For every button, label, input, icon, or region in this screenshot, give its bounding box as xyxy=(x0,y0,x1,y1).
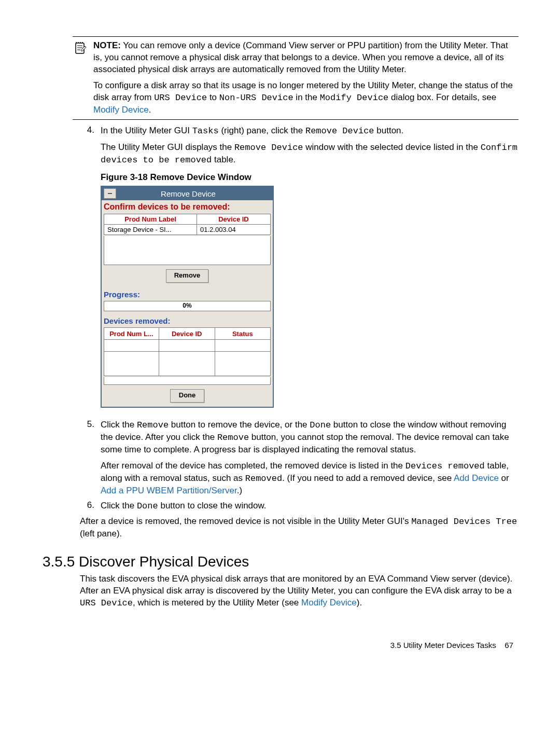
note-bottom-rule xyxy=(73,119,519,120)
s5-m3: Remove xyxy=(217,433,249,443)
after-l1b: (left pane). xyxy=(80,529,122,538)
s6-m1: Done xyxy=(137,501,158,511)
sec-b2: , which is metered by the Utility Meter … xyxy=(133,598,301,607)
progress-bar: 0% xyxy=(104,301,271,311)
link-modify-device-1[interactable]: Modify Device xyxy=(93,105,149,115)
s6-l1b: button to close the window. xyxy=(158,501,267,510)
removed-table-empty xyxy=(104,377,271,385)
s4-m3: Remove Device xyxy=(234,143,303,153)
removed-table: Prod Num L... Device ID Status xyxy=(104,327,271,376)
cell-dev: 01.2.003.04 xyxy=(197,225,271,235)
note-text-2c: in the xyxy=(293,92,320,102)
removed-heading: Devices removed: xyxy=(102,313,273,326)
note-text-2e: . xyxy=(149,105,151,115)
page-footer: 3.5 Utility Meter Devices Tasks 67 xyxy=(73,641,519,650)
s5-m1: Remove xyxy=(137,420,169,430)
link-modify-device-2[interactable]: Modify Device xyxy=(301,598,357,607)
svg-point-5 xyxy=(78,42,79,43)
note-block: NOTE: You can remove only a device (Comm… xyxy=(73,40,519,116)
s5-l2e: .) xyxy=(237,486,242,495)
table-row xyxy=(104,340,271,352)
step-6-num: 6. xyxy=(73,500,101,513)
progress-heading: Progress: xyxy=(102,287,273,300)
s5-l2a: After removal of the device has complete… xyxy=(101,461,405,471)
s5-m4: Devices removed xyxy=(405,461,485,471)
mono-urs: URS Device xyxy=(154,93,207,103)
cell-prod: Storage Device - SI... xyxy=(104,225,197,235)
sec-b3: ). xyxy=(357,598,362,607)
done-button[interactable]: Done xyxy=(170,389,204,403)
confirm-table: Prod Num Label Device ID Storage Device … xyxy=(104,214,271,235)
note-text-2b: to xyxy=(207,92,219,102)
note-icon xyxy=(73,41,93,60)
sec-m1: URS Device xyxy=(80,598,133,608)
remove-device-screenshot: Remove Device Confirm devices to be remo… xyxy=(101,186,519,408)
s4-m1: Tasks xyxy=(192,126,219,136)
svg-point-4 xyxy=(76,42,77,43)
mono-modify: Modify Device xyxy=(320,93,389,103)
col-device-id: Device ID xyxy=(197,214,271,225)
table-row xyxy=(104,352,271,376)
section-heading: 3.5.5 Discover Physical Devices xyxy=(43,554,519,570)
s4-m2: Remove Device xyxy=(305,126,374,136)
figure-caption: Figure 3-18 Remove Device Window xyxy=(101,172,519,183)
s4-l1a: In the Utility Meter GUI xyxy=(101,126,192,135)
confirm-heading: Confirm devices to be removed: xyxy=(102,200,273,213)
note-label: NOTE: xyxy=(93,40,121,50)
link-add-device[interactable]: Add Device xyxy=(454,473,499,483)
s6-l1a: Click the xyxy=(101,501,137,510)
s4-l2b: window with the selected device listed i… xyxy=(303,142,481,152)
step-4-num: 4. xyxy=(73,125,101,167)
footer-label: 3.5 Utility Meter Devices Tasks xyxy=(390,641,496,650)
table-row[interactable]: Storage Device - SI... 01.2.003.04 xyxy=(104,225,271,235)
after-m1: Managed Devices Tree xyxy=(411,517,517,527)
sec-b1: This task discovers the EVA physical dis… xyxy=(80,574,512,596)
col2-prod: Prod Num L... xyxy=(104,328,159,340)
note-text-1: You can remove only a device (Command Vi… xyxy=(93,40,508,74)
s5-m5: Removed xyxy=(245,474,282,483)
s5-l1b: button to remove the device, or the xyxy=(169,420,310,430)
footer-page: 67 xyxy=(505,641,513,650)
step-6: 6. Click the Done button to close the wi… xyxy=(73,500,519,513)
after-l1a: After a device is removed, the removed d… xyxy=(80,516,411,526)
dialog-titlebar: Remove Device xyxy=(102,187,273,200)
col2-status: Status xyxy=(215,328,270,340)
step-4: 4. In the Utility Meter GUI Tasks (right… xyxy=(73,125,519,167)
s4-l1c: button. xyxy=(374,126,404,135)
step-5: 5. Click the Remove button to remove the… xyxy=(73,419,519,497)
s4-l1b: (right) pane, click the xyxy=(219,126,305,135)
dialog-title: Remove Device xyxy=(119,189,273,198)
link-add-ppu[interactable]: Add a PPU WBEM Partition/Server xyxy=(101,486,237,495)
col2-dev: Device ID xyxy=(159,328,215,340)
confirm-table-empty xyxy=(104,236,271,265)
s4-l2a: The Utility Meter GUI displays the xyxy=(101,142,234,152)
note-text-2d: dialog box. For details, see xyxy=(388,92,496,102)
s4-l2c: table. xyxy=(212,155,235,164)
step-5-num: 5. xyxy=(73,419,101,497)
s5-l1a: Click the xyxy=(101,420,137,430)
s5-m2: Done xyxy=(310,420,331,430)
top-rule xyxy=(73,36,519,37)
s5-l2d: or xyxy=(499,473,509,483)
minimize-icon[interactable] xyxy=(104,188,116,199)
mono-non-urs: Non-URS Device xyxy=(219,93,293,103)
svg-point-6 xyxy=(80,42,81,43)
s5-l2c: . (If you need to add a removed device, … xyxy=(282,473,454,483)
svg-point-7 xyxy=(82,42,83,43)
remove-button[interactable]: Remove xyxy=(166,269,208,283)
col-prod-num: Prod Num Label xyxy=(104,214,197,225)
